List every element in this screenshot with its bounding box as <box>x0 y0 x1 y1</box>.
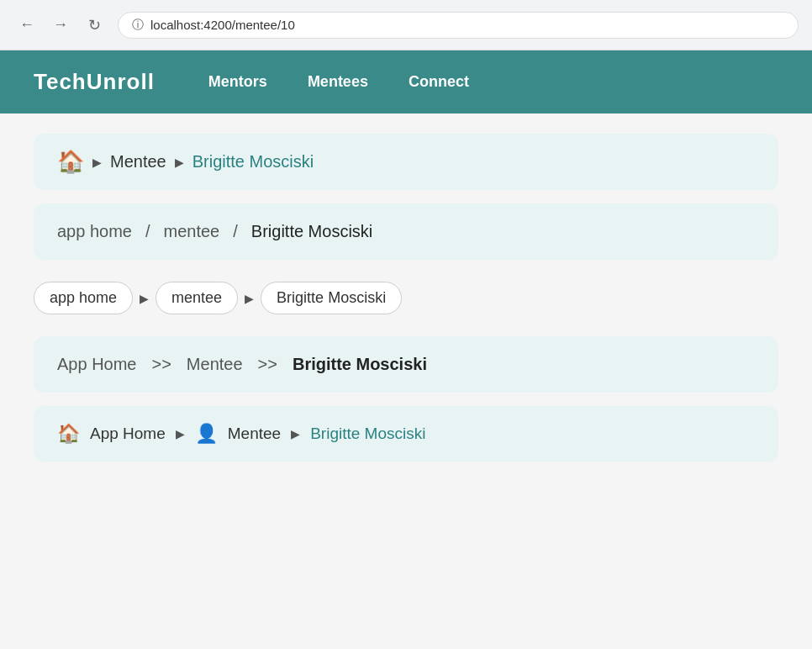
breadcrumb-2: app home / mentee / Brigitte Mosciski <box>34 203 778 260</box>
browser-chrome: ← → ↻ ⓘ localhost:4200/mentee/10 <box>0 0 812 50</box>
breadcrumb-5-mentee[interactable]: Mentee <box>228 425 281 443</box>
person-icon: 👤 <box>195 423 218 445</box>
main-content: 🏠 ▶ Mentee ▶ Brigitte Mosciski app home … <box>0 113 812 482</box>
home-icon-2[interactable]: 🏠 <box>57 423 80 445</box>
breadcrumb-2-mentee[interactable]: mentee <box>164 222 220 241</box>
double-arrow-sep-1: >> <box>152 355 171 374</box>
breadcrumb-2-name: Brigitte Mosciski <box>251 222 372 241</box>
nav-mentors[interactable]: Mentors <box>205 66 271 98</box>
chevron-right-icon-2: ▶ <box>175 156 184 169</box>
breadcrumb-1-name: Brigitte Mosciski <box>192 152 314 171</box>
double-arrow-sep-2: >> <box>258 355 277 374</box>
breadcrumb-1-mentee[interactable]: Mentee <box>110 152 166 171</box>
arrow-icon-4: ▶ <box>291 427 300 441</box>
breadcrumb-4-mentee[interactable]: Mentee <box>187 355 243 374</box>
breadcrumb-3-mentee[interactable]: mentee <box>156 282 238 314</box>
breadcrumb-3: app home ▶ mentee ▶ Brigitte Mosciski <box>34 273 778 323</box>
app-navbar: TechUnroll Mentors Mentees Connect <box>0 50 812 113</box>
arrow-icon-2: ▶ <box>245 292 254 305</box>
browser-nav-buttons: ← → ↻ <box>13 12 108 39</box>
chevron-right-icon-1: ▶ <box>92 156 102 169</box>
breadcrumb-2-apphome[interactable]: app home <box>57 222 132 241</box>
reload-button[interactable]: ↻ <box>81 12 108 39</box>
nav-mentees[interactable]: Mentees <box>304 66 372 98</box>
breadcrumb-5-apphome[interactable]: App Home <box>90 425 166 443</box>
breadcrumb-5: 🏠 App Home ▶ 👤 Mentee ▶ Brigitte Moscisk… <box>34 406 778 462</box>
breadcrumb-3-apphome[interactable]: app home <box>34 282 133 314</box>
arrow-icon-3: ▶ <box>176 427 185 441</box>
breadcrumb-1: 🏠 ▶ Mentee ▶ Brigitte Mosciski <box>34 134 778 190</box>
forward-button[interactable]: → <box>47 12 74 39</box>
slash-sep-1: / <box>145 222 150 241</box>
slash-sep-2: / <box>233 222 238 241</box>
breadcrumb-4: App Home >> Mentee >> Brigitte Mosciski <box>34 336 778 393</box>
breadcrumb-3-name: Brigitte Mosciski <box>261 282 402 314</box>
address-bar[interactable]: ⓘ localhost:4200/mentee/10 <box>118 12 799 39</box>
home-icon[interactable]: 🏠 <box>57 149 84 175</box>
app-logo: TechUnroll <box>34 69 155 95</box>
info-icon: ⓘ <box>132 18 144 33</box>
breadcrumb-4-apphome[interactable]: App Home <box>57 355 137 374</box>
back-button[interactable]: ← <box>13 12 40 39</box>
breadcrumb-4-name: Brigitte Mosciski <box>293 355 427 374</box>
nav-connect[interactable]: Connect <box>405 66 472 98</box>
arrow-icon-1: ▶ <box>140 292 149 305</box>
breadcrumb-5-name: Brigitte Mosciski <box>310 425 425 443</box>
url-text: localhost:4200/mentee/10 <box>150 18 295 32</box>
